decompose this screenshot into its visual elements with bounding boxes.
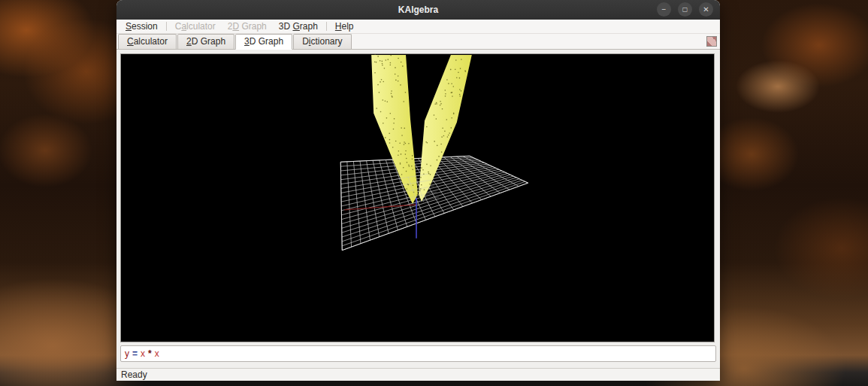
texture-dot xyxy=(376,62,377,63)
texture-dot xyxy=(459,96,461,97)
close-button[interactable]: ✕ xyxy=(699,2,713,17)
texture-dot xyxy=(394,118,395,120)
tab-2d-graph[interactable]: 2D Graph xyxy=(177,34,234,49)
texture-dot xyxy=(401,127,402,129)
texture-dot xyxy=(411,166,413,167)
expression-token: x xyxy=(141,348,145,359)
texture-dot xyxy=(384,68,386,69)
texture-dot xyxy=(452,86,454,87)
texture-dot xyxy=(379,92,380,93)
texture-dot xyxy=(426,164,428,166)
window-controls: − ▢ ✕ xyxy=(657,2,713,17)
texture-dot xyxy=(430,166,431,167)
texture-dot xyxy=(437,160,438,161)
texture-dot xyxy=(386,117,388,119)
texture-dot xyxy=(389,113,391,114)
minimize-button[interactable]: − xyxy=(657,2,671,17)
texture-dot xyxy=(459,78,461,79)
tab-calculator[interactable]: Calculator xyxy=(118,34,177,49)
texture-dot xyxy=(383,123,384,124)
menu-item-calculator: Calculator xyxy=(169,20,222,32)
texture-dot xyxy=(450,127,452,129)
texture-dot xyxy=(395,141,397,142)
maximize-button[interactable]: ▢ xyxy=(678,2,692,17)
texture-dot xyxy=(392,147,394,148)
expression-token: y xyxy=(125,348,129,359)
texture-dot xyxy=(451,83,452,84)
texture-dot xyxy=(383,81,384,83)
texture-dot xyxy=(404,128,405,129)
menu-item-2d-graph: 2D Graph xyxy=(222,20,273,32)
texture-dot xyxy=(405,92,407,93)
texture-dot xyxy=(400,163,401,164)
texture-dot xyxy=(436,102,437,104)
texture-dot xyxy=(404,144,405,145)
texture-dot xyxy=(436,118,437,120)
texture-dot xyxy=(406,171,407,172)
texture-dot xyxy=(390,62,392,64)
texture-dot xyxy=(412,155,413,157)
texture-dot xyxy=(452,96,453,97)
texture-dot xyxy=(441,151,443,153)
texture-dot xyxy=(386,59,387,61)
tab-dictionary[interactable]: Dictionary xyxy=(293,34,351,49)
texture-dot xyxy=(393,129,395,130)
texture-dot xyxy=(458,71,459,73)
texture-dot xyxy=(377,56,379,57)
texture-dot xyxy=(441,136,443,138)
titlebar[interactable]: KAlgebra − ▢ ✕ xyxy=(116,0,720,20)
texture-dot xyxy=(436,103,437,105)
texture-dot xyxy=(430,174,431,175)
texture-dot xyxy=(381,79,383,81)
menu-item-session[interactable]: Session xyxy=(119,20,164,32)
texture-dot xyxy=(447,136,449,138)
grid-line xyxy=(342,181,522,242)
texture-dot xyxy=(412,169,413,171)
texture-dot xyxy=(440,105,441,106)
texture-dot xyxy=(442,127,443,129)
texture-dot xyxy=(374,72,376,74)
texture-dot xyxy=(388,59,389,60)
status-bar: Ready xyxy=(116,368,720,381)
texture-dot xyxy=(461,90,462,92)
texture-dot xyxy=(408,143,410,144)
graph-3d-svg xyxy=(121,54,714,342)
texture-dot xyxy=(382,65,383,66)
texture-dot xyxy=(382,63,383,65)
texture-dot xyxy=(438,156,440,157)
texture-dot xyxy=(405,150,407,152)
texture-dot xyxy=(390,55,392,56)
texture-dot xyxy=(387,101,389,102)
tab-3d-graph[interactable]: 3D Graph xyxy=(235,34,292,50)
tab-corner-icon[interactable] xyxy=(706,36,717,47)
texture-dot xyxy=(455,68,456,70)
desktop: KAlgebra − ▢ ✕ SessionCalculator2D Graph… xyxy=(0,0,868,386)
texture-dot xyxy=(389,64,391,65)
texture-dot xyxy=(402,65,404,67)
menubar: SessionCalculator2D Graph3D GraphHelp xyxy=(116,20,720,34)
menu-item-help[interactable]: Help xyxy=(329,20,360,32)
texture-dot xyxy=(409,166,410,167)
texture-dot xyxy=(448,135,449,136)
texture-dot xyxy=(448,83,449,84)
menu-item-3d-graph[interactable]: 3D Graph xyxy=(273,20,324,32)
texture-dot xyxy=(374,61,376,62)
texture-dot xyxy=(374,54,376,55)
texture-dot xyxy=(403,101,404,102)
graph-3d-canvas[interactable] xyxy=(120,53,715,342)
texture-dot xyxy=(380,111,382,113)
texture-dot xyxy=(408,165,410,166)
texture-dot xyxy=(398,155,399,157)
texture-dot xyxy=(421,184,422,186)
texture-dot xyxy=(418,194,419,196)
texture-dot xyxy=(445,96,446,97)
surface-right-arm xyxy=(419,55,472,202)
texture-dot xyxy=(426,126,428,128)
texture-dot xyxy=(407,162,408,163)
texture-dot xyxy=(401,62,402,63)
texture-dot xyxy=(453,112,455,114)
window-title: KAlgebra xyxy=(398,5,438,15)
expression-input[interactable]: y=x*x xyxy=(120,345,716,362)
texture-dot xyxy=(446,79,448,81)
graph-panel: y=x*x xyxy=(116,50,720,368)
